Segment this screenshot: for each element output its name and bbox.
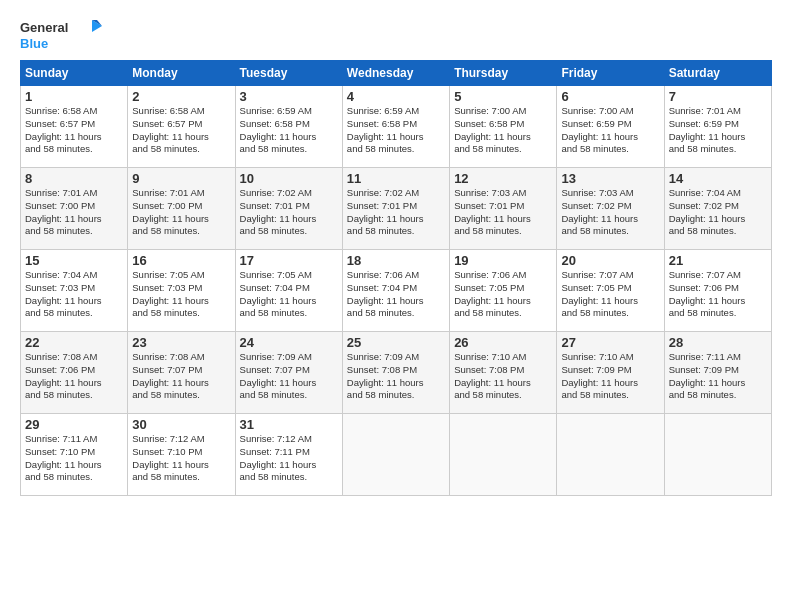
day-info: Sunrise: 7:12 AMSunset: 7:11 PMDaylight:… bbox=[240, 433, 338, 484]
calendar-cell: 30Sunrise: 7:12 AMSunset: 7:10 PMDayligh… bbox=[128, 414, 235, 496]
calendar-cell: 15Sunrise: 7:04 AMSunset: 7:03 PMDayligh… bbox=[21, 250, 128, 332]
day-number: 16 bbox=[132, 253, 230, 268]
week-row-4: 22Sunrise: 7:08 AMSunset: 7:06 PMDayligh… bbox=[21, 332, 772, 414]
day-number: 29 bbox=[25, 417, 123, 432]
calendar-cell: 28Sunrise: 7:11 AMSunset: 7:09 PMDayligh… bbox=[664, 332, 771, 414]
day-number: 23 bbox=[132, 335, 230, 350]
day-number: 18 bbox=[347, 253, 445, 268]
day-info: Sunrise: 6:58 AMSunset: 6:57 PMDaylight:… bbox=[25, 105, 123, 156]
day-info: Sunrise: 7:09 AMSunset: 7:07 PMDaylight:… bbox=[240, 351, 338, 402]
calendar-cell: 8Sunrise: 7:01 AMSunset: 7:00 PMDaylight… bbox=[21, 168, 128, 250]
calendar-cell: 18Sunrise: 7:06 AMSunset: 7:04 PMDayligh… bbox=[342, 250, 449, 332]
day-info: Sunrise: 7:08 AMSunset: 7:07 PMDaylight:… bbox=[132, 351, 230, 402]
calendar-table: SundayMondayTuesdayWednesdayThursdayFrid… bbox=[20, 60, 772, 496]
day-info: Sunrise: 7:01 AMSunset: 7:00 PMDaylight:… bbox=[132, 187, 230, 238]
day-info: Sunrise: 7:10 AMSunset: 7:08 PMDaylight:… bbox=[454, 351, 552, 402]
day-number: 19 bbox=[454, 253, 552, 268]
calendar-header-row: SundayMondayTuesdayWednesdayThursdayFrid… bbox=[21, 61, 772, 86]
day-number: 30 bbox=[132, 417, 230, 432]
day-info: Sunrise: 7:08 AMSunset: 7:06 PMDaylight:… bbox=[25, 351, 123, 402]
day-number: 6 bbox=[561, 89, 659, 104]
calendar-cell: 31Sunrise: 7:12 AMSunset: 7:11 PMDayligh… bbox=[235, 414, 342, 496]
day-number: 9 bbox=[132, 171, 230, 186]
page: General Blue SundayMondayTuesdayWednesda… bbox=[0, 0, 792, 612]
calendar-cell: 11Sunrise: 7:02 AMSunset: 7:01 PMDayligh… bbox=[342, 168, 449, 250]
calendar-cell: 5Sunrise: 7:00 AMSunset: 6:58 PMDaylight… bbox=[450, 86, 557, 168]
header-tuesday: Tuesday bbox=[235, 61, 342, 86]
calendar-cell: 1Sunrise: 6:58 AMSunset: 6:57 PMDaylight… bbox=[21, 86, 128, 168]
calendar-cell: 6Sunrise: 7:00 AMSunset: 6:59 PMDaylight… bbox=[557, 86, 664, 168]
calendar-cell: 4Sunrise: 6:59 AMSunset: 6:58 PMDaylight… bbox=[342, 86, 449, 168]
day-number: 25 bbox=[347, 335, 445, 350]
day-number: 3 bbox=[240, 89, 338, 104]
logo-svg: General Blue bbox=[20, 18, 120, 52]
calendar-cell bbox=[342, 414, 449, 496]
day-number: 15 bbox=[25, 253, 123, 268]
day-number: 24 bbox=[240, 335, 338, 350]
day-info: Sunrise: 7:09 AMSunset: 7:08 PMDaylight:… bbox=[347, 351, 445, 402]
day-info: Sunrise: 7:05 AMSunset: 7:04 PMDaylight:… bbox=[240, 269, 338, 320]
day-info: Sunrise: 7:00 AMSunset: 6:58 PMDaylight:… bbox=[454, 105, 552, 156]
day-number: 13 bbox=[561, 171, 659, 186]
day-number: 7 bbox=[669, 89, 767, 104]
day-number: 27 bbox=[561, 335, 659, 350]
day-info: Sunrise: 7:12 AMSunset: 7:10 PMDaylight:… bbox=[132, 433, 230, 484]
day-number: 21 bbox=[669, 253, 767, 268]
svg-text:Blue: Blue bbox=[20, 36, 48, 51]
day-info: Sunrise: 7:01 AMSunset: 7:00 PMDaylight:… bbox=[25, 187, 123, 238]
header-saturday: Saturday bbox=[664, 61, 771, 86]
day-number: 26 bbox=[454, 335, 552, 350]
day-number: 8 bbox=[25, 171, 123, 186]
calendar-cell: 12Sunrise: 7:03 AMSunset: 7:01 PMDayligh… bbox=[450, 168, 557, 250]
calendar-cell: 20Sunrise: 7:07 AMSunset: 7:05 PMDayligh… bbox=[557, 250, 664, 332]
day-info: Sunrise: 6:59 AMSunset: 6:58 PMDaylight:… bbox=[347, 105, 445, 156]
day-number: 11 bbox=[347, 171, 445, 186]
header: General Blue bbox=[20, 18, 772, 52]
day-info: Sunrise: 7:06 AMSunset: 7:05 PMDaylight:… bbox=[454, 269, 552, 320]
week-row-3: 15Sunrise: 7:04 AMSunset: 7:03 PMDayligh… bbox=[21, 250, 772, 332]
calendar-cell: 22Sunrise: 7:08 AMSunset: 7:06 PMDayligh… bbox=[21, 332, 128, 414]
calendar-cell: 16Sunrise: 7:05 AMSunset: 7:03 PMDayligh… bbox=[128, 250, 235, 332]
day-number: 28 bbox=[669, 335, 767, 350]
day-number: 14 bbox=[669, 171, 767, 186]
calendar-cell: 3Sunrise: 6:59 AMSunset: 6:58 PMDaylight… bbox=[235, 86, 342, 168]
calendar-cell: 24Sunrise: 7:09 AMSunset: 7:07 PMDayligh… bbox=[235, 332, 342, 414]
day-info: Sunrise: 7:01 AMSunset: 6:59 PMDaylight:… bbox=[669, 105, 767, 156]
day-info: Sunrise: 7:04 AMSunset: 7:03 PMDaylight:… bbox=[25, 269, 123, 320]
day-number: 31 bbox=[240, 417, 338, 432]
logo: General Blue bbox=[20, 18, 124, 52]
calendar-cell: 9Sunrise: 7:01 AMSunset: 7:00 PMDaylight… bbox=[128, 168, 235, 250]
calendar-cell: 26Sunrise: 7:10 AMSunset: 7:08 PMDayligh… bbox=[450, 332, 557, 414]
day-number: 5 bbox=[454, 89, 552, 104]
day-info: Sunrise: 7:03 AMSunset: 7:01 PMDaylight:… bbox=[454, 187, 552, 238]
calendar-cell: 27Sunrise: 7:10 AMSunset: 7:09 PMDayligh… bbox=[557, 332, 664, 414]
calendar-cell bbox=[450, 414, 557, 496]
day-info: Sunrise: 7:11 AMSunset: 7:09 PMDaylight:… bbox=[669, 351, 767, 402]
week-row-1: 1Sunrise: 6:58 AMSunset: 6:57 PMDaylight… bbox=[21, 86, 772, 168]
day-info: Sunrise: 7:07 AMSunset: 7:05 PMDaylight:… bbox=[561, 269, 659, 320]
day-info: Sunrise: 7:02 AMSunset: 7:01 PMDaylight:… bbox=[240, 187, 338, 238]
day-info: Sunrise: 7:05 AMSunset: 7:03 PMDaylight:… bbox=[132, 269, 230, 320]
week-row-2: 8Sunrise: 7:01 AMSunset: 7:00 PMDaylight… bbox=[21, 168, 772, 250]
calendar-cell: 13Sunrise: 7:03 AMSunset: 7:02 PMDayligh… bbox=[557, 168, 664, 250]
calendar-cell: 29Sunrise: 7:11 AMSunset: 7:10 PMDayligh… bbox=[21, 414, 128, 496]
header-wednesday: Wednesday bbox=[342, 61, 449, 86]
day-number: 4 bbox=[347, 89, 445, 104]
calendar-cell bbox=[664, 414, 771, 496]
day-info: Sunrise: 7:06 AMSunset: 7:04 PMDaylight:… bbox=[347, 269, 445, 320]
header-thursday: Thursday bbox=[450, 61, 557, 86]
header-sunday: Sunday bbox=[21, 61, 128, 86]
week-row-5: 29Sunrise: 7:11 AMSunset: 7:10 PMDayligh… bbox=[21, 414, 772, 496]
day-info: Sunrise: 7:11 AMSunset: 7:10 PMDaylight:… bbox=[25, 433, 123, 484]
day-info: Sunrise: 7:10 AMSunset: 7:09 PMDaylight:… bbox=[561, 351, 659, 402]
day-info: Sunrise: 6:58 AMSunset: 6:57 PMDaylight:… bbox=[132, 105, 230, 156]
header-monday: Monday bbox=[128, 61, 235, 86]
calendar-cell bbox=[557, 414, 664, 496]
calendar-cell: 19Sunrise: 7:06 AMSunset: 7:05 PMDayligh… bbox=[450, 250, 557, 332]
calendar-cell: 21Sunrise: 7:07 AMSunset: 7:06 PMDayligh… bbox=[664, 250, 771, 332]
calendar-cell: 2Sunrise: 6:58 AMSunset: 6:57 PMDaylight… bbox=[128, 86, 235, 168]
calendar-cell: 23Sunrise: 7:08 AMSunset: 7:07 PMDayligh… bbox=[128, 332, 235, 414]
svg-text:General: General bbox=[20, 20, 68, 35]
day-info: Sunrise: 7:07 AMSunset: 7:06 PMDaylight:… bbox=[669, 269, 767, 320]
calendar-cell: 7Sunrise: 7:01 AMSunset: 6:59 PMDaylight… bbox=[664, 86, 771, 168]
